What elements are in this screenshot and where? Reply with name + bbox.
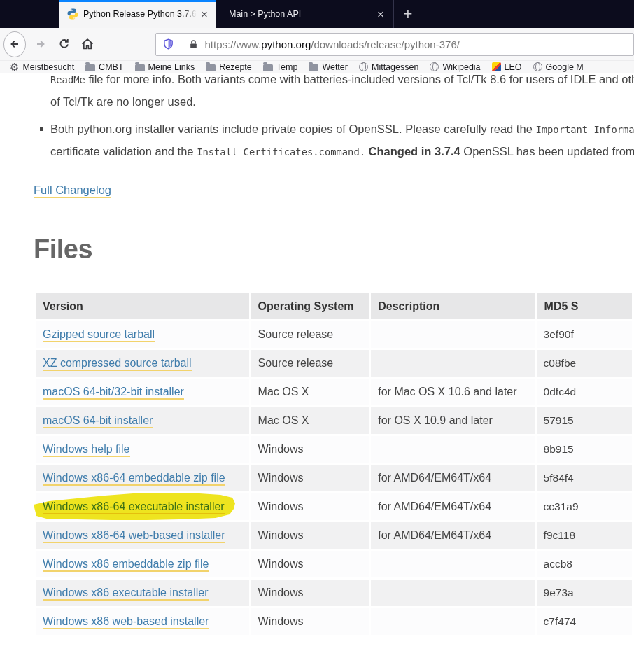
cell-description: for AMD64/EM64T/x64 <box>371 465 535 491</box>
column-header: Description <box>371 293 535 319</box>
download-link[interactable]: Windows x86 web-based installer <box>43 615 209 629</box>
url-prefix: https://www. <box>205 38 262 50</box>
cell-operating-system: Windows <box>251 436 369 463</box>
table-row: Windows x86-64 embeddable zip fileWindow… <box>36 465 632 491</box>
cell-md5: 0dfc4d <box>537 379 632 405</box>
address-text: https://www.python.org/downloads/release… <box>205 38 460 50</box>
reload-button[interactable] <box>55 34 73 55</box>
download-link[interactable]: Windows help file <box>43 443 130 457</box>
url-domain: python.org <box>261 38 311 50</box>
download-link[interactable]: Gzipped source tarball <box>43 328 155 342</box>
bookmark-item[interactable]: Google M <box>533 62 584 72</box>
reload-icon <box>57 38 71 51</box>
paragraph-line: of Tcl/Tk are no longer used. <box>50 91 634 113</box>
bookmark-item[interactable]: CMBT <box>85 62 123 72</box>
bookmark-item[interactable]: Rezepte <box>206 62 252 72</box>
url-path: /downloads/release/python-376/ <box>311 38 460 50</box>
paragraph-tcltk: ReadMe file for more info. Both variants… <box>50 74 634 113</box>
inline-code: ReadMe <box>50 74 85 85</box>
full-changelog-link[interactable]: Full Changelog <box>34 183 111 198</box>
cell-description: for Mac OS X 10.6 and later <box>371 379 535 405</box>
globe-icon <box>359 62 368 71</box>
cell-operating-system: Mac OS X <box>251 379 369 405</box>
bookmark-item[interactable]: Mittagessen <box>359 62 418 72</box>
files-table: VersionOperating SystemDescriptionMD5 S … <box>34 291 634 637</box>
cell-version: macOS 64-bit/32-bit installer <box>36 379 249 405</box>
browser-window: Python Release Python 3.7.6 | P × Main >… <box>0 0 634 672</box>
bookmark-label: Rezepte <box>219 62 252 72</box>
table-row: macOS 64-bit installerMac OS Xfor OS X 1… <box>36 407 632 434</box>
forward-arrow-icon <box>34 38 47 50</box>
cell-md5: 9e73a <box>537 580 632 606</box>
bookmark-item[interactable]: Temp <box>263 62 298 72</box>
cell-md5: c08fbe <box>537 350 632 377</box>
cell-version: Windows x86-64 executable installer <box>36 493 249 520</box>
table-row: Windows x86 embeddable zip fileWindowsac… <box>36 551 632 578</box>
cell-operating-system: Source release <box>251 350 369 377</box>
bookmark-label: Meistbesucht <box>22 62 74 72</box>
bookmark-item[interactable]: Wetter <box>309 62 348 72</box>
tab-title: Main > Python API <box>229 9 375 19</box>
cell-version: Windows x86 executable installer <box>36 580 249 606</box>
cell-md5: c7f474 <box>537 608 632 635</box>
bullet-line: Both python.org installer variants inclu… <box>50 118 634 141</box>
home-button[interactable] <box>78 34 97 55</box>
download-link[interactable]: XZ compressed source tarball <box>43 357 192 371</box>
bookmark-item[interactable]: Meine Links <box>135 62 195 72</box>
column-header: Operating System <box>251 293 369 319</box>
cell-description <box>371 551 535 578</box>
table-header-row: VersionOperating SystemDescriptionMD5 S <box>36 293 632 319</box>
tab-close-icon[interactable]: × <box>375 8 386 20</box>
download-link[interactable]: Windows x86-64 executable installer <box>43 500 225 514</box>
download-link[interactable]: Windows x86-64 web-based installer <box>43 529 225 543</box>
download-link[interactable]: Windows x86 embeddable zip file <box>43 558 209 572</box>
inline-code: Install Certificates.command. <box>197 146 365 158</box>
tab-close-icon[interactable]: × <box>199 8 210 20</box>
download-link[interactable]: Windows x86 executable installer <box>43 587 209 601</box>
cell-description <box>371 321 535 348</box>
cell-version: XZ compressed source tarball <box>36 350 249 377</box>
download-link[interactable]: macOS 64-bit installer <box>43 414 153 428</box>
bookmark-item[interactable]: ⚙Meistbesucht <box>10 62 74 72</box>
cell-description <box>371 436 535 463</box>
download-link[interactable]: macOS 64-bit/32-bit installer <box>43 386 184 400</box>
paragraph-text: Both python.org installer variants inclu… <box>50 122 535 135</box>
tab-python-release[interactable]: Python Release Python 3.7.6 | P × <box>59 0 216 28</box>
bookmark-label: LEO <box>505 62 522 72</box>
lock-icon <box>188 39 199 50</box>
files-table-body: Gzipped source tarballSource release3ef9… <box>36 321 632 635</box>
cell-description <box>371 608 535 635</box>
cell-md5: 57915 <box>537 407 632 434</box>
url-bar[interactable]: https://www.python.org/downloads/release… <box>155 33 634 56</box>
folder-icon <box>135 64 145 71</box>
table-row: Windows help fileWindows8b915 <box>36 436 632 463</box>
cell-version: Windows x86-64 embeddable zip file <box>36 465 249 491</box>
tab-bar-spacer <box>0 0 59 28</box>
new-tab-button[interactable]: + <box>394 0 422 28</box>
bookmark-label: CMBT <box>99 62 123 72</box>
files-heading: Files <box>34 235 634 263</box>
tab-python-api[interactable]: Main > Python API × <box>216 0 394 28</box>
cell-md5: f9c118 <box>537 522 632 549</box>
back-arrow-icon <box>8 38 21 50</box>
paragraph-text: file for more info. Both variants come w… <box>85 74 634 85</box>
cell-operating-system: Mac OS X <box>251 407 369 434</box>
inline-code: Important Informat <box>535 124 634 135</box>
cell-version: Windows help file <box>36 436 249 463</box>
globe-icon <box>430 62 439 71</box>
paragraph-text: certificate validation and the <box>50 145 197 158</box>
changed-in-374-text: Changed in 3.7.4 <box>365 145 463 158</box>
bookmark-item[interactable]: Wikipedia <box>430 62 480 72</box>
cell-operating-system: Windows <box>251 608 369 635</box>
folder-icon <box>309 64 318 71</box>
back-button[interactable] <box>3 31 26 57</box>
forward-button[interactable] <box>31 34 50 55</box>
tab-title: Python Release Python 3.7.6 | P <box>83 9 199 19</box>
download-link[interactable]: Windows x86-64 embeddable zip file <box>43 472 225 486</box>
home-icon <box>80 37 94 51</box>
column-header: Version <box>36 293 249 319</box>
bookmark-item[interactable]: LEO <box>492 62 522 72</box>
python-logo-icon <box>67 8 78 20</box>
url-bar-separator <box>181 38 181 51</box>
table-row: Gzipped source tarballSource release3ef9… <box>36 321 632 348</box>
